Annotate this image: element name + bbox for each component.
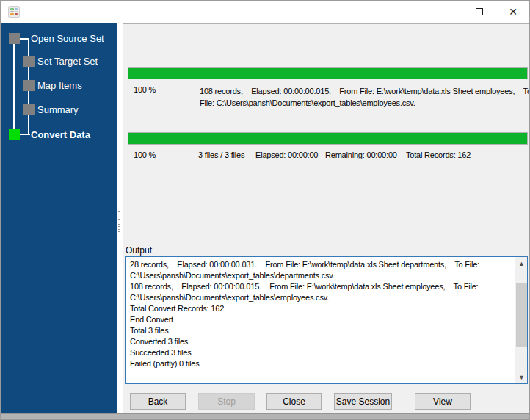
sidebar-item-summary: Summary [37,104,79,115]
sidebar-item-map-items: Map Items [37,80,82,91]
app-icon [8,6,20,18]
step-marker-map-items [23,80,35,91]
step-marker-summary [23,104,35,115]
sidebar-item-open-source-set: Open Source Set [31,33,104,44]
close-icon: ✕ [509,6,518,18]
output-log-textbox[interactable]: 28 records, Elapsed: 00:00:00.031. From … [125,256,528,384]
tree-connector [13,44,15,129]
splitter-grip[interactable] [118,211,120,232]
scroll-down-icon[interactable]: ▼ [515,371,528,383]
stop-button: Stop [198,393,255,410]
view-button[interactable]: View [415,393,471,410]
step-marker-set-target-set [23,56,35,67]
overall-progress-fill [128,133,527,144]
output-label: Output [126,245,152,256]
text-caret [131,370,131,380]
convert-panel: 100 % 108 records, Elapsed: 00:00:00.015… [123,23,530,413]
close-wizard-button[interactable]: Close [266,393,322,410]
sidebar-item-convert-data: Convert Data [31,129,90,140]
overall-files-count: 3 files / 3 files [198,151,244,159]
save-session-button[interactable]: Save Session [334,393,392,410]
overall-progress-percent: 100 % [134,151,156,159]
title-bar: ✕ [1,1,530,23]
back-button[interactable]: Back [130,393,186,410]
minimize-button[interactable] [429,3,453,21]
step-marker-convert-data [9,129,20,140]
file-progress-fill [128,68,527,79]
file-progress-percent: 100 % [134,85,156,94]
window-bottom-edge [1,413,530,420]
wizard-step-sidebar: Open Source Set Set Target Set Map Items… [1,23,117,414]
scrollbar-thumb[interactable] [516,283,527,347]
scroll-up-icon[interactable]: ▲ [515,257,528,269]
tree-connector [20,134,30,135]
app-window: ✕ Open Source Set Set Target Set Map Ite… [0,0,530,420]
close-button[interactable]: ✕ [501,3,525,21]
sidebar-item-set-target-set: Set Target Set [37,56,98,67]
file-progress-detail: 108 records, Elapsed: 00:00:00.015. From… [200,85,530,109]
output-log-text: 28 records, Elapsed: 00:00:00.031. From … [126,257,515,383]
overall-total-records: Total Records: 162 [406,151,471,159]
tree-connector [20,38,29,40]
overall-progress-bar [128,132,528,145]
minimize-icon [438,12,446,12]
output-scrollbar[interactable]: ▲ ▼ [515,257,527,383]
step-marker-open-source-set [9,33,20,44]
maximize-icon [476,8,483,15]
overall-elapsed-time: Elapsed: 00:00:00 [255,151,318,159]
overall-remaining-time: Remaining: 00:00:00 [325,151,397,159]
file-progress-bar [128,67,528,79]
maximize-button[interactable] [468,3,491,21]
